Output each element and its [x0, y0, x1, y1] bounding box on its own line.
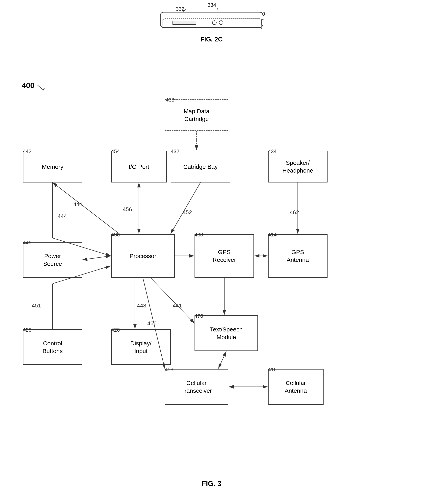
device-diagram: 332 334 330	[160, 8, 263, 30]
ref-433: 433	[166, 97, 174, 103]
ref-438: 438	[195, 232, 203, 238]
block-display-input: Display/Input	[111, 329, 171, 365]
ref-436: 436	[111, 232, 120, 238]
fig3-section: 400 Map DataCartridge 433 Memory 442 I/O…	[0, 75, 423, 492]
svg-line-23	[151, 278, 195, 323]
ref-416: 416	[268, 366, 276, 373]
ref-470: 470	[195, 313, 203, 319]
fig2c-section: 332 334 330 FIG. 2C	[160, 8, 263, 43]
device-circles	[212, 20, 223, 25]
svg-line-11	[171, 182, 201, 234]
block-io-port: I/O Port	[111, 151, 167, 182]
svg-text:451: 451	[32, 302, 41, 309]
block-memory: Memory	[23, 151, 82, 182]
block-processor: Processor	[111, 234, 175, 278]
svg-text:448: 448	[137, 302, 146, 309]
svg-text:452: 452	[183, 209, 192, 216]
fig2c-caption: FIG. 2C	[200, 36, 222, 43]
block-gps-antenna: GPSAntenna	[268, 234, 328, 278]
block-control-buttons: ControlButtons	[23, 329, 82, 365]
block-gps-receiver: GPSReceiver	[195, 234, 254, 278]
device-side-bump	[261, 19, 264, 25]
block-speaker-headphone: Speaker/Headphone	[268, 151, 328, 182]
ref-434: 434	[268, 148, 276, 155]
fig3-caption: FIG. 3	[202, 480, 221, 488]
svg-line-3	[38, 85, 44, 90]
svg-line-18	[82, 256, 111, 260]
ref-442: 442	[23, 148, 31, 155]
ref-428: 428	[23, 327, 31, 333]
device-outer-shell	[160, 12, 263, 28]
device-circle-2	[219, 20, 223, 25]
svg-text:441: 441	[173, 302, 182, 309]
ref-446: 446	[23, 240, 31, 246]
block-map-data-cartridge: Map DataCartridge	[165, 99, 228, 131]
ref-432: 432	[171, 148, 179, 155]
svg-text:456: 456	[123, 206, 132, 212]
ref-454: 454	[111, 148, 120, 155]
svg-line-33	[53, 182, 119, 234]
page: 332 334 330 FIG. 2C	[0, 0, 423, 504]
connection-arrows: 456 452 462 444 448 441	[0, 75, 423, 504]
device-slot	[172, 21, 196, 25]
block-cellular-antenna: CellularAntenna	[268, 369, 324, 405]
block-text-speech: Text/SpeechModule	[195, 315, 258, 351]
block-catridge-bay: Catridge Bay	[171, 151, 230, 182]
svg-line-30	[218, 351, 226, 369]
device-circle-1	[212, 20, 217, 25]
block-cellular-transceiver: CellularTransceiver	[165, 369, 228, 405]
svg-text:462: 462	[290, 209, 299, 216]
arrow-400	[22, 81, 46, 93]
ref-426: 426	[111, 327, 120, 333]
ref-458: 458	[165, 366, 173, 373]
ref-334: 334	[208, 2, 216, 8]
block-power-source: PowerSource	[23, 242, 82, 278]
ref-444: 444	[74, 201, 82, 207]
ref-414: 414	[268, 232, 276, 238]
svg-text:444: 444	[58, 213, 67, 219]
svg-text:466: 466	[147, 320, 157, 326]
